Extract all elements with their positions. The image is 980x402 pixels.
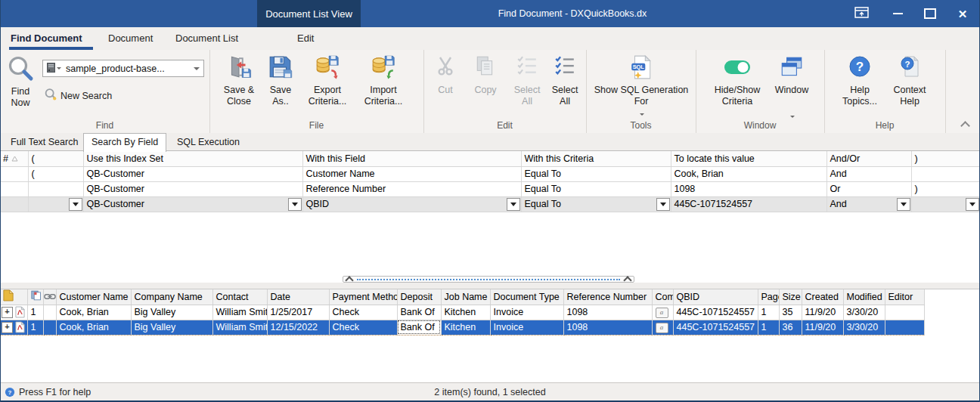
size-cell[interactable]: 36 [779, 320, 802, 335]
open-paren-editor[interactable] [28, 196, 83, 212]
row-number-cell[interactable] [0, 181, 28, 196]
col-header-document-type[interactable]: Document Type [490, 289, 563, 305]
dropdown-button[interactable] [966, 198, 979, 211]
col-header-size[interactable]: Size k [779, 289, 802, 305]
payment-cell[interactable]: Check [329, 320, 397, 335]
col-header-link-icon[interactable] [43, 289, 56, 305]
comment-cell[interactable]: a [652, 320, 673, 335]
modified-cell[interactable]: 3/30/20 [843, 305, 885, 320]
open-paren-cell[interactable]: ( [28, 166, 83, 181]
customer-cell[interactable]: Cook, Brian [56, 305, 131, 320]
payment-cell[interactable]: Check [329, 305, 397, 320]
select-all-button[interactable]: Select All [547, 53, 582, 107]
close-paren-cell[interactable]: ) [911, 181, 980, 196]
ribbon-display-options-button[interactable] [851, 5, 871, 23]
row-number-cell[interactable] [0, 166, 28, 181]
icon-selector-caret[interactable] [57, 67, 61, 70]
show-sql-generation-button[interactable]: SQL Show SQL Generation For [592, 53, 690, 121]
doctype-cell[interactable]: Invoice [490, 305, 563, 320]
close-paren-cell[interactable] [911, 166, 980, 181]
deposit-cell[interactable]: Bank Of [397, 305, 441, 320]
criteria-editor[interactable]: Equal To [521, 196, 671, 212]
comment-cell[interactable]: a [652, 305, 673, 320]
save-as-button[interactable]: Save As.. [262, 53, 299, 107]
col-header-customer-name[interactable]: Customer Name [56, 289, 131, 305]
copies-cell[interactable]: 1 [27, 320, 43, 335]
criteria-cell[interactable]: Equal To [521, 166, 671, 181]
close-button[interactable]: ✕ [953, 5, 972, 23]
col-header-number[interactable]: # [0, 151, 28, 166]
date-cell[interactable]: 12/15/2022 [267, 320, 329, 335]
customer-cell[interactable]: Cook, Brian [56, 320, 131, 335]
close-paren-editor[interactable] [911, 196, 980, 212]
document-list-view-tab[interactable]: Document List View [257, 0, 361, 27]
date-cell[interactable]: 1/25/2017 [267, 305, 329, 320]
reference-cell[interactable]: 1098 [563, 320, 652, 335]
context-help-button[interactable]: ? Context Help [886, 53, 933, 107]
col-header-pages[interactable]: Pages [758, 289, 779, 305]
expand-cell[interactable]: + [0, 320, 27, 335]
tab-sql-execution[interactable]: SQL Execution [169, 135, 247, 150]
maximize-button[interactable] [920, 5, 940, 23]
job-cell[interactable]: Kitchen [441, 320, 490, 335]
pages-cell[interactable]: 1 [758, 320, 779, 335]
col-header-reference-number[interactable]: Reference Number [563, 289, 652, 305]
qbid-cell[interactable]: 445C-1071524557 [673, 305, 758, 320]
field-cell[interactable]: Customer Name [302, 166, 521, 181]
editor-cell[interactable] [885, 305, 924, 320]
modified-cell[interactable]: 3/30/20 [843, 320, 885, 335]
dropdown-button[interactable] [288, 198, 302, 211]
find-now-button[interactable] [6, 54, 36, 88]
link-cell[interactable] [43, 320, 56, 335]
help-topics-button[interactable]: ? Help Topics... [838, 53, 882, 107]
company-cell[interactable]: Big Valley [131, 305, 212, 320]
contact-cell[interactable]: William Smith [212, 320, 267, 335]
combobox-dropdown-caret[interactable] [194, 67, 200, 70]
contact-cell[interactable]: William Smith [212, 305, 267, 320]
save-close-button[interactable]: Save & Close [217, 53, 261, 107]
index-set-combobox[interactable]: sample_product-base... [42, 60, 204, 77]
created-cell[interactable]: 11/9/20 [802, 320, 843, 335]
window-dropdown-caret[interactable] [790, 116, 795, 118]
index-set-cell[interactable]: QB-Customer [83, 166, 302, 181]
import-criteria-button[interactable]: Import Criteria... [358, 53, 409, 107]
expand-cell[interactable]: + [0, 305, 27, 320]
export-criteria-button[interactable]: Export Criteria... [302, 53, 353, 107]
col-header-modified[interactable]: Modified [843, 289, 885, 305]
col-header-copies-icon[interactable] [27, 289, 43, 305]
dropdown-button[interactable] [69, 198, 82, 211]
col-header-value[interactable]: To locate this value [671, 151, 826, 166]
col-header-qbid[interactable]: QBID [673, 289, 758, 305]
expand-button[interactable]: + [2, 322, 13, 333]
window-menu-button[interactable]: Window [770, 53, 814, 123]
hide-show-criteria-button[interactable]: Hide/Show Criteria [708, 53, 767, 107]
dropdown-button[interactable] [656, 198, 670, 211]
andor-editor[interactable]: And [826, 196, 911, 212]
value-cell[interactable]: 1098 [671, 181, 826, 196]
col-header-company-name[interactable]: Company Name [131, 289, 212, 305]
col-header-close-paren[interactable]: ) [911, 151, 980, 166]
tab-edit[interactable]: Edit [297, 27, 314, 50]
size-cell[interactable]: 35 [779, 305, 802, 320]
col-header-open-paren[interactable]: ( [28, 151, 83, 166]
tab-document-list[interactable]: Document List [175, 27, 238, 50]
value-cell[interactable]: Cook, Brian [671, 166, 826, 181]
splitter-grip[interactable] [357, 279, 620, 280]
tab-document[interactable]: Document [108, 27, 153, 50]
criteria-edit-row[interactable]: QB-Customer QBID Equal To 445C-107152455… [0, 196, 980, 212]
pages-cell[interactable]: 1 [758, 305, 779, 320]
result-row[interactable]: + 1 Cook, Brian Big Valley William Smith… [0, 305, 924, 320]
field-editor[interactable]: QBID [302, 196, 521, 212]
col-header-criteria[interactable]: With this Criteria [521, 151, 671, 166]
panel-splitter[interactable] [343, 276, 634, 283]
col-header-date[interactable]: Date [267, 289, 329, 305]
col-header-field[interactable]: With this Field [302, 151, 521, 166]
criteria-row[interactable]: QB-Customer Reference Number Equal To 10… [0, 181, 980, 196]
col-header-andor[interactable]: And/Or [826, 151, 911, 166]
row-number-cell[interactable] [0, 196, 28, 212]
value-editor[interactable]: 445C-1071524557 [671, 196, 826, 212]
tab-search-by-field[interactable]: Search By Field [83, 133, 166, 152]
criteria-row[interactable]: ( QB-Customer Customer Name Equal To Coo… [0, 166, 980, 181]
collapse-ribbon-button[interactable] [962, 121, 969, 127]
new-search-button[interactable]: New Search [44, 88, 112, 104]
